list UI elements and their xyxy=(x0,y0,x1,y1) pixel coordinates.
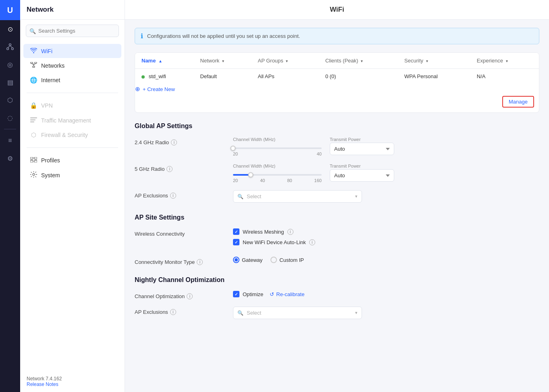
sidebar-item-profiles[interactable]: Profiles xyxy=(23,153,121,167)
checkbox-meshing-box[interactable] xyxy=(233,228,239,235)
ap-exclusions-select-global[interactable]: 🔍 Select ▾ xyxy=(233,190,362,203)
release-notes-link[interactable]: Release Notes xyxy=(27,382,58,387)
label-connectivity-monitor: Connectivity Monitor Type i xyxy=(135,257,223,265)
wifi-table: Name ▲ Network ▾ AP Groups ▾ Clients ( xyxy=(135,53,539,84)
col-experience[interactable]: Experience ▾ xyxy=(470,53,539,69)
svg-rect-12 xyxy=(30,119,35,120)
sidebar-item-wifi[interactable]: WiFi xyxy=(23,44,121,58)
ap-exclusions-select-nightly[interactable]: 🔍 Select ▾ xyxy=(233,307,362,319)
nav-section-main: WiFi Networks 🌐 Internet xyxy=(20,42,125,89)
slider-marks-5ghz: 20 40 80 160 xyxy=(233,178,322,183)
info-icon-auto-link[interactable]: i xyxy=(309,239,315,245)
transmit-power-5ghz: Transmit Power Auto High Medium Low xyxy=(330,164,394,182)
cell-network: Default xyxy=(194,69,252,84)
nav-divider-1 xyxy=(27,93,118,93)
label-24ghz: 2.4 GHz Radio i xyxy=(135,137,223,145)
nav-icon-stats[interactable]: ▤ xyxy=(0,73,20,91)
table-row[interactable]: std_wifi Default All APs 0 (0) WPA Perso… xyxy=(135,69,539,84)
slider-thumb-24ghz[interactable] xyxy=(231,146,236,151)
checkbox-optimize-box[interactable] xyxy=(233,291,239,297)
label-channel-optimization-text: Channel Optimization xyxy=(135,293,185,299)
control-channel-optimization: Optimize ↺ Re-calibrate xyxy=(233,291,539,297)
sidebar-item-system[interactable]: System xyxy=(23,168,121,183)
col-experience-sort-arrow: ▾ xyxy=(506,59,508,63)
chevron-down-icon-exclusions-nightly: ▾ xyxy=(355,310,358,315)
radio-option-custom-ip[interactable]: Custom IP xyxy=(270,257,304,263)
svg-rect-17 xyxy=(34,160,37,162)
ap-site-settings: AP Site Settings Wireless Connectivity W… xyxy=(135,214,539,265)
info-icon-connectivity-monitor[interactable]: i xyxy=(197,259,203,265)
networks-icon xyxy=(30,62,37,69)
nightly-channel-optimization: Nightly Channel Optimization Channel Opt… xyxy=(135,276,539,319)
nav-icon-security[interactable]: ⬡ xyxy=(0,91,20,109)
col-network-label: Network xyxy=(200,58,220,64)
col-name-label: Name xyxy=(141,58,156,64)
nav-icon-alerts[interactable]: ◌ xyxy=(0,109,20,127)
info-icon-ap-exclusions-global[interactable]: i xyxy=(170,193,176,199)
search-input[interactable] xyxy=(26,25,119,37)
info-icon-24ghz[interactable]: i xyxy=(171,139,177,145)
control-wireless-connectivity: Wireless Meshing i New WiFi Device Auto-… xyxy=(233,228,539,249)
setting-row-24ghz: 2.4 GHz Radio i Channel Width (MHz) 20 xyxy=(135,137,539,156)
svg-rect-6 xyxy=(35,62,37,64)
slider-label-24ghz: Channel Width (MHz) xyxy=(233,137,322,142)
sidebar-item-internet[interactable]: 🌐 Internet xyxy=(23,73,121,87)
ap-exclusions-placeholder-nightly: Select xyxy=(247,310,352,316)
col-experience-label: Experience xyxy=(477,58,503,64)
col-clients-peak[interactable]: Clients (Peak) ▾ xyxy=(319,53,398,69)
col-network[interactable]: Network ▾ xyxy=(194,53,252,69)
nav-icon-topology[interactable] xyxy=(0,38,20,56)
info-icon-meshing[interactable]: i xyxy=(287,229,293,235)
transmit-power-select-24ghz[interactable]: Auto High Medium Low xyxy=(330,143,394,155)
label-5ghz: 5 GHz Radio i xyxy=(135,164,223,172)
slider-thumb-5ghz[interactable] xyxy=(248,172,254,178)
radio-gateway-button[interactable] xyxy=(233,257,239,263)
profiles-icon xyxy=(30,157,37,164)
label-ap-exclusions-nightly: AP Exclusions i xyxy=(135,307,223,315)
control-24ghz: Channel Width (MHz) 20 40 Transmit xyxy=(233,137,539,156)
app-logo[interactable]: U xyxy=(0,0,20,20)
transmit-power-label-5ghz: Transmit Power xyxy=(330,164,394,168)
table-footer: ⊕ + Create New Manage xyxy=(135,84,539,112)
label-ap-exclusions-global: AP Exclusions i xyxy=(135,190,223,199)
svg-rect-14 xyxy=(30,157,33,159)
col-security[interactable]: Security ▾ xyxy=(398,53,470,69)
create-new-button[interactable]: ⊕ + Create New xyxy=(135,85,175,93)
recalibrate-label: Re-calibrate xyxy=(276,291,304,297)
radio-group-connectivity: Gateway Custom IP xyxy=(233,257,539,263)
checkbox-meshing-label: Wireless Meshing xyxy=(243,229,284,235)
checkbox-auto-link: New WiFi Device Auto-Link i xyxy=(233,239,539,245)
manage-button[interactable]: Manage xyxy=(502,96,534,108)
svg-point-0 xyxy=(9,44,11,46)
radio-option-gateway[interactable]: Gateway xyxy=(233,257,262,263)
sidebar-item-label-firewall: Firewall & Security xyxy=(41,132,88,138)
checkbox-auto-link-box[interactable] xyxy=(233,239,239,245)
info-icon-channel-optimization[interactable]: i xyxy=(187,293,193,299)
search-icon: 🔍 xyxy=(29,28,36,34)
info-icon-5ghz[interactable]: i xyxy=(166,166,173,172)
svg-point-1 xyxy=(7,48,9,50)
slider-5ghz: Channel Width (MHz) 20 40 80 160 xyxy=(233,164,322,183)
transmit-power-select-5ghz[interactable]: Auto High Medium Low xyxy=(330,169,394,182)
firewall-icon: ⬡ xyxy=(30,131,37,139)
recalibrate-button[interactable]: ↺ Re-calibrate xyxy=(270,291,304,297)
slider-track-5ghz[interactable] xyxy=(233,174,322,176)
info-banner-text: Configurations will not be applied until… xyxy=(147,33,300,39)
sidebar-item-label-system: System xyxy=(41,172,60,178)
nav-icon-settings[interactable]: ⚙ xyxy=(0,149,20,167)
checkbox-auto-link-label: New WiFi Device Auto-Link xyxy=(243,239,306,245)
main-content: WiFi ℹ Configurations will not be applie… xyxy=(125,0,549,392)
slider-label-5ghz: Channel Width (MHz) xyxy=(233,164,322,168)
col-ap-groups[interactable]: AP Groups ▾ xyxy=(251,53,318,69)
sidebar-item-networks[interactable]: Networks xyxy=(23,58,121,73)
global-ap-settings: Global AP Settings 2.4 GHz Radio i Chann… xyxy=(135,122,539,203)
nav-icon-notes[interactable]: ≡ xyxy=(0,132,20,149)
svg-rect-5 xyxy=(31,62,33,64)
nav-icon-dashboard[interactable]: ⊙ xyxy=(0,20,20,38)
wifi-table-card: Name ▲ Network ▾ AP Groups ▾ Clients ( xyxy=(135,52,539,113)
nav-icon-devices[interactable]: ◎ xyxy=(0,56,20,73)
col-name[interactable]: Name ▲ xyxy=(135,53,194,69)
radio-custom-ip-button[interactable] xyxy=(270,257,277,263)
info-icon-ap-exclusions-nightly[interactable]: i xyxy=(170,309,176,315)
slider-track-24ghz[interactable] xyxy=(233,147,322,149)
